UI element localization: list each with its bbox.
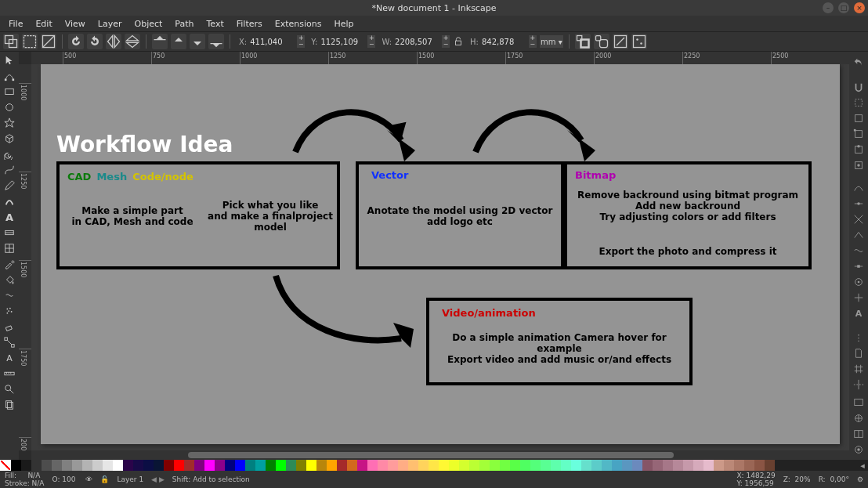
color-managed-icon[interactable] — [852, 412, 866, 425]
color-swatch[interactable] — [602, 460, 612, 471]
w-value[interactable]: 2208,507 — [395, 38, 439, 46]
rotate-cw-icon[interactable] — [87, 34, 103, 49]
ruler-vertical[interactable]: 10001250150017502000 — [19, 64, 31, 450]
color-swatch[interactable] — [520, 460, 530, 471]
color-swatch[interactable] — [347, 460, 357, 471]
deselect-icon[interactable] — [41, 34, 56, 49]
connector-tool-icon[interactable] — [2, 335, 17, 349]
3dbox-tool-icon[interactable] — [2, 132, 17, 146]
color-swatch[interactable] — [581, 460, 591, 471]
color-swatch[interactable] — [378, 460, 388, 471]
zoom-field[interactable]: Z: 20% — [783, 475, 811, 483]
color-swatch[interactable] — [215, 460, 225, 471]
raise-icon[interactable] — [171, 34, 186, 49]
color-swatch[interactable] — [225, 460, 235, 471]
arc-tool-icon[interactable] — [2, 100, 17, 114]
flip-h-icon[interactable] — [106, 34, 121, 49]
color-swatch[interactable] — [113, 460, 123, 471]
transform-move-gradient-icon[interactable] — [613, 34, 628, 49]
color-swatch[interactable] — [357, 460, 367, 471]
color-swatch[interactable] — [469, 460, 479, 471]
snap-path-icon[interactable] — [852, 197, 866, 211]
color-swatch[interactable] — [418, 460, 429, 471]
rect-tool-icon[interactable] — [2, 85, 17, 99]
tweak-tool-icon[interactable] — [2, 288, 17, 302]
color-swatch[interactable] — [714, 460, 724, 471]
color-swatch[interactable] — [724, 460, 734, 471]
color-swatch[interactable] — [286, 460, 296, 471]
color-swatch[interactable] — [693, 460, 703, 471]
menu-help[interactable]: Help — [328, 17, 359, 31]
color-swatch[interactable] — [479, 460, 490, 471]
color-swatch[interactable] — [388, 460, 398, 471]
x-value[interactable]: 411,040 — [250, 38, 294, 46]
paintbucket-tool-icon[interactable] — [2, 273, 17, 287]
spray-tool-icon[interactable] — [2, 304, 17, 318]
node-tool-icon[interactable] — [2, 69, 17, 83]
menu-text[interactable]: Text — [201, 17, 230, 31]
color-swatch[interactable] — [663, 460, 673, 471]
snap-grid-icon[interactable] — [852, 363, 866, 376]
color-swatch[interactable] — [164, 460, 174, 471]
snap-nodes-icon[interactable] — [852, 181, 866, 194]
color-swatch[interactable] — [245, 460, 255, 471]
star-tool-icon[interactable] — [2, 116, 17, 130]
color-swatch[interactable] — [194, 460, 204, 471]
color-swatch[interactable] — [551, 460, 561, 471]
eraser-tool-icon[interactable] — [2, 320, 17, 334]
select-all-icon[interactable] — [22, 34, 38, 49]
color-swatch[interactable] — [653, 460, 663, 471]
menu-path[interactable]: Path — [169, 17, 199, 31]
fill-stroke-indicator[interactable]: Fill: N/A Stroke: N/A — [5, 472, 45, 487]
h-value[interactable]: 842,878 — [482, 38, 526, 46]
opacity-field[interactable]: O: 100 — [52, 475, 78, 483]
xray-icon[interactable] — [852, 443, 866, 457]
undo-icon[interactable] — [852, 55, 866, 68]
select-all-layers-icon[interactable] — [3, 34, 19, 49]
color-swatch[interactable] — [133, 460, 143, 471]
color-swatch[interactable] — [337, 460, 347, 471]
color-swatch[interactable] — [235, 460, 245, 471]
menu-layer[interactable]: Layer — [92, 17, 128, 31]
color-swatch[interactable] — [500, 460, 510, 471]
color-swatch[interactable] — [52, 460, 62, 471]
color-swatch[interactable] — [754, 460, 765, 471]
gradient-tool-icon[interactable] — [2, 226, 17, 240]
color-swatch[interactable] — [82, 460, 92, 471]
color-swatch[interactable] — [316, 460, 327, 471]
snap-page-icon[interactable] — [852, 347, 866, 360]
display-mode-icon[interactable] — [852, 396, 866, 410]
lpe-tool-icon[interactable]: A — [2, 351, 17, 365]
ruler-horizontal[interactable]: 5007501000125015001750200022502500 — [31, 52, 849, 64]
no-color-swatch[interactable] — [0, 460, 11, 471]
color-swatch[interactable] — [296, 460, 306, 471]
snap-object-center-icon[interactable] — [852, 276, 866, 289]
color-swatch[interactable] — [703, 460, 714, 471]
color-swatch[interactable] — [744, 460, 754, 471]
transform-move-pattern-icon[interactable] — [631, 34, 647, 49]
snap-text-icon[interactable]: A — [852, 307, 866, 320]
menu-extensions[interactable]: Extensions — [269, 17, 327, 31]
lock-icon[interactable] — [453, 36, 464, 47]
color-swatch[interactable] — [42, 460, 52, 471]
mesh-tool-icon[interactable] — [2, 241, 17, 255]
y-spinner[interactable]: +− — [367, 35, 375, 48]
color-swatch[interactable] — [541, 460, 551, 471]
flip-v-icon[interactable] — [125, 34, 140, 49]
color-swatch[interactable] — [642, 460, 653, 471]
bezier-tool-icon[interactable] — [2, 163, 17, 177]
menu-view[interactable]: View — [60, 17, 91, 31]
color-swatch[interactable] — [174, 460, 184, 471]
color-swatch[interactable] — [765, 460, 775, 471]
color-swatch[interactable] — [622, 460, 632, 471]
snap-center-icon[interactable] — [852, 159, 866, 172]
color-swatch[interactable] — [11, 460, 21, 471]
color-swatch[interactable] — [92, 460, 103, 471]
snap-edges-icon[interactable] — [852, 112, 866, 125]
color-swatch[interactable] — [204, 460, 215, 471]
select-tool-icon[interactable] — [2, 53, 17, 67]
color-swatch[interactable] — [184, 460, 194, 471]
snap-corners-icon[interactable] — [852, 128, 866, 141]
transform-scale-stroke-icon[interactable] — [575, 34, 591, 49]
y-value[interactable]: 1125,109 — [320, 38, 364, 46]
